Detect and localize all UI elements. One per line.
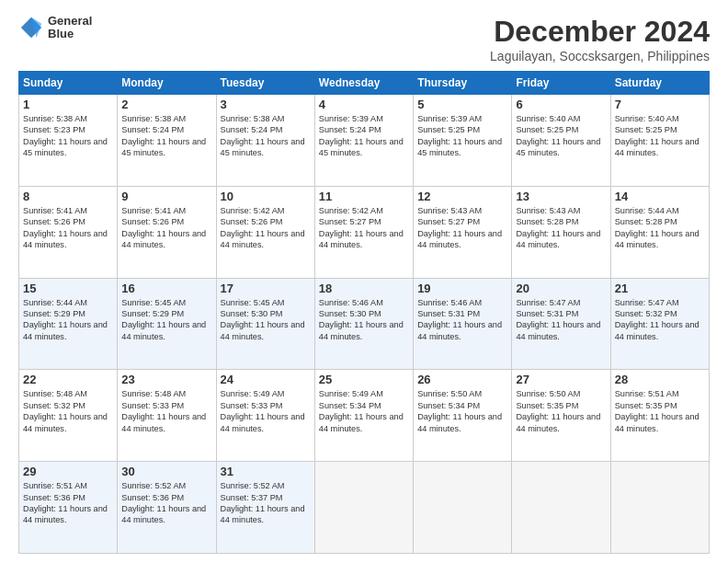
cell-info: Sunrise: 5:40 AMSunset: 5:25 PMDaylight:… — [516, 113, 606, 159]
cell-day-number: 18 — [319, 282, 409, 295]
cell-info: Sunrise: 5:40 AMSunset: 5:25 PMDaylight:… — [615, 113, 705, 159]
cell-info: Sunrise: 5:49 AMSunset: 5:34 PMDaylight:… — [319, 388, 409, 434]
table-row: 5Sunrise: 5:39 AMSunset: 5:25 PMDaylight… — [414, 95, 512, 187]
table-row: 4Sunrise: 5:39 AMSunset: 5:24 PMDaylight… — [314, 95, 413, 187]
table-row: 3Sunrise: 5:38 AMSunset: 5:24 PMDaylight… — [216, 95, 314, 187]
cell-day-number: 13 — [516, 190, 606, 203]
table-row — [610, 462, 709, 554]
table-row: 17Sunrise: 5:45 AMSunset: 5:30 PMDayligh… — [216, 278, 314, 370]
cell-day-number: 14 — [615, 190, 705, 203]
location: Laguilayan, Soccsksargen, Philippines — [490, 49, 710, 63]
cell-day-number: 16 — [121, 282, 211, 295]
cell-info: Sunrise: 5:43 AMSunset: 5:27 PMDaylight:… — [417, 205, 507, 251]
table-row — [512, 462, 610, 554]
logo: General Blue — [18, 15, 92, 41]
cell-day-number: 20 — [516, 282, 606, 295]
cell-info: Sunrise: 5:51 AMSunset: 5:35 PMDaylight:… — [615, 388, 705, 434]
col-thursday: Thursday — [414, 72, 512, 95]
calendar-week-row: 1Sunrise: 5:38 AMSunset: 5:23 PMDaylight… — [19, 95, 710, 187]
table-row: 27Sunrise: 5:50 AMSunset: 5:35 PMDayligh… — [512, 370, 610, 462]
table-row: 14Sunrise: 5:44 AMSunset: 5:28 PMDayligh… — [610, 186, 709, 278]
cell-info: Sunrise: 5:38 AMSunset: 5:23 PMDaylight:… — [23, 113, 113, 159]
cell-day-number: 30 — [121, 465, 211, 478]
table-row: 1Sunrise: 5:38 AMSunset: 5:23 PMDaylight… — [19, 95, 118, 187]
table-row: 2Sunrise: 5:38 AMSunset: 5:24 PMDaylight… — [118, 95, 216, 187]
cell-info: Sunrise: 5:43 AMSunset: 5:28 PMDaylight:… — [516, 205, 606, 251]
cell-day-number: 17 — [221, 282, 311, 295]
calendar-week-row: 29Sunrise: 5:51 AMSunset: 5:36 PMDayligh… — [19, 462, 710, 554]
cell-day-number: 24 — [221, 373, 311, 386]
table-row: 19Sunrise: 5:46 AMSunset: 5:31 PMDayligh… — [414, 278, 512, 370]
table-row — [414, 462, 512, 554]
header: General Blue December 2024 Laguilayan, S… — [18, 15, 710, 63]
cell-info: Sunrise: 5:51 AMSunset: 5:36 PMDaylight:… — [23, 480, 113, 526]
table-row — [314, 462, 413, 554]
table-row: 24Sunrise: 5:49 AMSunset: 5:33 PMDayligh… — [216, 370, 314, 462]
table-row: 22Sunrise: 5:48 AMSunset: 5:32 PMDayligh… — [19, 370, 118, 462]
cell-day-number: 28 — [615, 373, 705, 386]
logo-text: General Blue — [48, 15, 92, 41]
cell-info: Sunrise: 5:46 AMSunset: 5:31 PMDaylight:… — [417, 297, 507, 343]
cell-day-number: 3 — [221, 98, 311, 111]
title-block: December 2024 Laguilayan, Soccsksargen, … — [490, 15, 710, 63]
cell-info: Sunrise: 5:45 AMSunset: 5:29 PMDaylight:… — [121, 297, 211, 343]
cell-day-number: 7 — [615, 98, 705, 111]
cell-day-number: 8 — [23, 190, 113, 203]
calendar-week-row: 15Sunrise: 5:44 AMSunset: 5:29 PMDayligh… — [19, 278, 710, 370]
logo-line2: Blue — [48, 28, 92, 40]
cell-info: Sunrise: 5:47 AMSunset: 5:32 PMDaylight:… — [615, 297, 705, 343]
cell-day-number: 25 — [319, 373, 409, 386]
table-row: 31Sunrise: 5:52 AMSunset: 5:37 PMDayligh… — [216, 462, 314, 554]
cell-info: Sunrise: 5:44 AMSunset: 5:29 PMDaylight:… — [23, 297, 113, 343]
col-tuesday: Tuesday — [216, 72, 314, 95]
table-row: 8Sunrise: 5:41 AMSunset: 5:26 PMDaylight… — [19, 186, 118, 278]
cell-day-number: 9 — [121, 190, 211, 203]
cell-day-number: 2 — [121, 98, 211, 111]
table-row: 30Sunrise: 5:52 AMSunset: 5:36 PMDayligh… — [118, 462, 216, 554]
col-sunday: Sunday — [19, 72, 118, 95]
cell-day-number: 29 — [23, 465, 113, 478]
table-row: 11Sunrise: 5:42 AMSunset: 5:27 PMDayligh… — [314, 186, 413, 278]
logo-line1: General — [48, 15, 92, 28]
cell-day-number: 23 — [121, 373, 211, 386]
calendar-week-row: 8Sunrise: 5:41 AMSunset: 5:26 PMDaylight… — [19, 186, 710, 278]
table-row: 9Sunrise: 5:41 AMSunset: 5:26 PMDaylight… — [118, 186, 216, 278]
cell-day-number: 5 — [417, 98, 507, 111]
cell-info: Sunrise: 5:50 AMSunset: 5:34 PMDaylight:… — [417, 388, 507, 434]
header-row: Sunday Monday Tuesday Wednesday Thursday… — [19, 72, 710, 95]
cell-info: Sunrise: 5:48 AMSunset: 5:33 PMDaylight:… — [121, 388, 211, 434]
calendar-week-row: 22Sunrise: 5:48 AMSunset: 5:32 PMDayligh… — [19, 370, 710, 462]
cell-day-number: 27 — [516, 373, 606, 386]
cell-day-number: 11 — [319, 190, 409, 203]
logo-icon — [18, 15, 44, 40]
table-row: 12Sunrise: 5:43 AMSunset: 5:27 PMDayligh… — [414, 186, 512, 278]
table-row: 7Sunrise: 5:40 AMSunset: 5:25 PMDaylight… — [610, 95, 709, 187]
cell-info: Sunrise: 5:52 AMSunset: 5:36 PMDaylight:… — [121, 480, 211, 526]
cell-info: Sunrise: 5:38 AMSunset: 5:24 PMDaylight:… — [221, 113, 311, 159]
cell-info: Sunrise: 5:49 AMSunset: 5:33 PMDaylight:… — [221, 388, 311, 434]
table-row: 13Sunrise: 5:43 AMSunset: 5:28 PMDayligh… — [512, 186, 610, 278]
cell-info: Sunrise: 5:50 AMSunset: 5:35 PMDaylight:… — [516, 388, 606, 434]
cell-day-number: 6 — [516, 98, 606, 111]
cell-info: Sunrise: 5:46 AMSunset: 5:30 PMDaylight:… — [319, 297, 409, 343]
cell-day-number: 10 — [221, 190, 311, 203]
table-row: 20Sunrise: 5:47 AMSunset: 5:31 PMDayligh… — [512, 278, 610, 370]
cell-info: Sunrise: 5:42 AMSunset: 5:27 PMDaylight:… — [319, 205, 409, 251]
calendar-table: Sunday Monday Tuesday Wednesday Thursday… — [18, 71, 710, 554]
col-friday: Friday — [512, 72, 610, 95]
month-title: December 2024 — [490, 15, 710, 49]
cell-info: Sunrise: 5:42 AMSunset: 5:26 PMDaylight:… — [221, 205, 311, 251]
page: General Blue December 2024 Laguilayan, S… — [0, 0, 728, 563]
cell-info: Sunrise: 5:39 AMSunset: 5:25 PMDaylight:… — [417, 113, 507, 159]
table-row: 21Sunrise: 5:47 AMSunset: 5:32 PMDayligh… — [610, 278, 709, 370]
col-monday: Monday — [118, 72, 216, 95]
cell-info: Sunrise: 5:52 AMSunset: 5:37 PMDaylight:… — [221, 480, 311, 526]
table-row: 18Sunrise: 5:46 AMSunset: 5:30 PMDayligh… — [314, 278, 413, 370]
cell-info: Sunrise: 5:44 AMSunset: 5:28 PMDaylight:… — [615, 205, 705, 251]
cell-info: Sunrise: 5:47 AMSunset: 5:31 PMDaylight:… — [516, 297, 606, 343]
cell-day-number: 12 — [417, 190, 507, 203]
col-saturday: Saturday — [610, 72, 709, 95]
cell-day-number: 31 — [221, 465, 311, 478]
cell-day-number: 21 — [615, 282, 705, 295]
cell-info: Sunrise: 5:39 AMSunset: 5:24 PMDaylight:… — [319, 113, 409, 159]
